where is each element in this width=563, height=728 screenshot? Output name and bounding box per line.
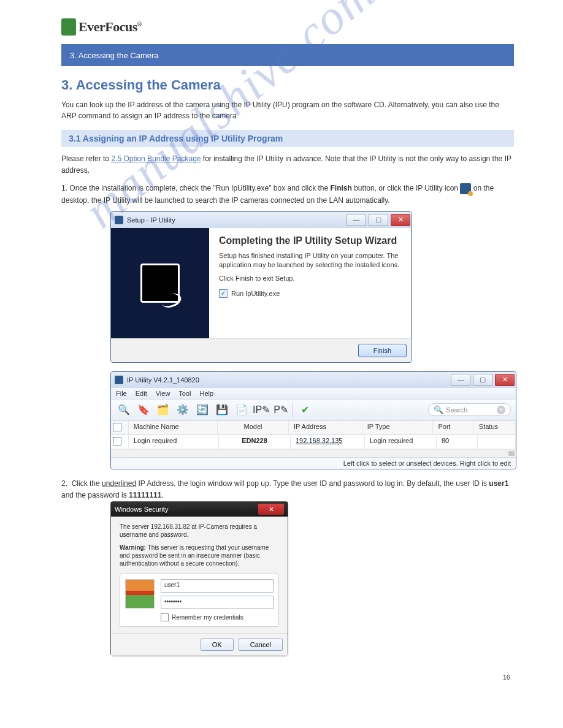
col-iptype[interactable]: IP Type: [362, 421, 434, 434]
step1-bold: Finish: [331, 184, 352, 192]
setup-titlebar-icon: [115, 216, 123, 224]
col-model[interactable]: Model: [218, 421, 289, 434]
password-input[interactable]: ••••••••: [161, 596, 274, 609]
col-status[interactable]: Status: [474, 421, 516, 434]
brand-name: EverFocus®: [79, 19, 142, 35]
iputility-desktop-icon: [460, 183, 471, 194]
tool-refresh-icon[interactable]: 🔄: [194, 402, 210, 418]
windows-security-dialog: Windows Security ✕ The server 192.168.31…: [110, 501, 288, 656]
ok-button[interactable]: OK: [201, 639, 234, 651]
iputil-minimize-button[interactable]: —: [451, 374, 470, 386]
cell-status: [478, 435, 516, 449]
device-table-header: Machine Name Model IP Address IP Type Po…: [111, 421, 516, 435]
tool-report-icon[interactable]: 📄: [234, 402, 250, 418]
cell-machine: Login required: [129, 435, 219, 449]
step-1: 1. Once the installation is complete, ch…: [61, 183, 514, 206]
run-iputility-checkbox-row[interactable]: ✓ Run IpUtility.exe: [219, 289, 402, 298]
tool-save-icon[interactable]: 💾: [214, 402, 230, 418]
everfocus-logo-icon: [61, 18, 76, 36]
wizard-msg-2: Click Finish to exit Setup.: [219, 274, 402, 283]
cell-model: EDN228: [219, 435, 291, 449]
security-title-text: Windows Security: [115, 506, 168, 513]
close-button[interactable]: ✕: [391, 214, 410, 226]
chapter-banner: 3. Accessing the Camera: [61, 44, 514, 66]
remember-label: Remember my credentials: [172, 614, 243, 621]
install-screen-icon: [140, 264, 180, 303]
tool-check-icon[interactable]: ✔: [297, 402, 313, 418]
registered-mark: ®: [137, 21, 142, 28]
finish-button[interactable]: Finish: [358, 344, 407, 357]
menu-view[interactable]: View: [156, 390, 170, 397]
remember-checkbox[interactable]: [161, 613, 169, 621]
cancel-button[interactable]: Cancel: [239, 639, 283, 651]
step-2: 2. Click the underlined IP Address, the …: [61, 478, 514, 501]
chapter-title: 3. Accessing the Camera: [61, 77, 514, 93]
menu-file[interactable]: File: [116, 390, 127, 397]
credentials-card: user1 •••••••• Remember my credentials: [120, 574, 279, 627]
iputil-titlebar-icon: [115, 376, 123, 384]
tool-ip-edit-icon[interactable]: IP✎: [253, 402, 269, 418]
select-all-checkbox[interactable]: [113, 423, 121, 431]
iputil-maximize-button[interactable]: ▢: [473, 374, 492, 386]
security-close-button[interactable]: ✕: [258, 504, 284, 515]
row-checkbox[interactable]: [113, 437, 121, 446]
step1-part-c: button, or click the IP Utility icon: [352, 184, 461, 192]
iputil-close-button[interactable]: ✕: [495, 374, 515, 386]
col-machine-name[interactable]: Machine Name: [129, 421, 218, 434]
security-titlebar: Windows Security ✕: [111, 502, 288, 517]
iputil-title-text: IP Utility V4.2.1_140820: [127, 376, 450, 384]
ip-utility-window: IP Utility V4.2.1_140820 — ▢ ✕ File Edit…: [110, 371, 516, 469]
toolbar: 🔍 🔖 🗂️ ⚙️ 🔄 💾 📄 IP✎ P✎ ✔ 🔍 Search ✕: [111, 400, 516, 421]
cell-ip-address[interactable]: 192.168.32.135: [291, 435, 365, 449]
section-intro: Please refer to 2.5 Option Bundle Packag…: [61, 153, 514, 176]
tool-port-edit-icon[interactable]: P✎: [273, 402, 289, 418]
cell-port: 80: [437, 435, 478, 449]
tool-stamp-icon[interactable]: 🔖: [136, 402, 151, 418]
tool-export-icon[interactable]: 🗂️: [155, 402, 171, 418]
col-port[interactable]: Port: [433, 421, 473, 434]
remember-credentials-row[interactable]: Remember my credentials: [161, 613, 274, 621]
maximize-button[interactable]: ▢: [369, 214, 388, 226]
minimize-button[interactable]: —: [347, 214, 366, 226]
menubar: File Edit View Tool Help: [111, 388, 516, 400]
chapter-intro: You can look up the IP address of the ca…: [61, 99, 514, 121]
col-ip[interactable]: IP Address: [289, 421, 362, 434]
search-clear-icon[interactable]: ✕: [497, 406, 505, 414]
horizontal-scrollbar[interactable]: [111, 449, 516, 457]
search-box[interactable]: 🔍 Search ✕: [428, 403, 511, 416]
search-icon: 🔍: [434, 405, 443, 414]
warning-label: Warning:: [120, 544, 146, 551]
run-checkbox-label: Run IpUtility.exe: [231, 290, 280, 297]
user-avatar-icon: [125, 579, 155, 609]
brand-text: EverFocus: [79, 19, 137, 34]
menu-edit[interactable]: Edit: [136, 390, 147, 397]
security-warning: Warning: This server is requesting that …: [120, 544, 279, 567]
menu-tool[interactable]: Tool: [178, 390, 191, 397]
setup-title-text: Setup - IP Utility: [127, 216, 345, 224]
wizard-msg-1: Setup has finished installing IP Utility…: [219, 251, 402, 270]
wizard-heading: Completing the IP Utility Setup Wizard: [219, 235, 402, 246]
section-heading: 3.1 Assigning an IP Address using IP Uti…: [61, 130, 514, 147]
wizard-sidebar-graphic: [111, 228, 209, 338]
run-checkbox[interactable]: ✓: [219, 289, 228, 298]
setup-wizard-window: Setup - IP Utility — ▢ ✕ Completing the …: [110, 211, 412, 363]
link-option-bundle[interactable]: 2.5 Option Bundle Package: [111, 154, 201, 163]
search-placeholder: Search: [446, 406, 467, 414]
device-row[interactable]: Login required EDN228 192.168.32.135 Log…: [111, 435, 516, 449]
status-bar: Left click to select or unselect devices…: [111, 457, 516, 469]
menu-help[interactable]: Help: [200, 390, 214, 397]
tool-gear-icon[interactable]: ⚙️: [175, 402, 191, 418]
iputil-titlebar: IP Utility V4.2.1_140820 — ▢ ✕: [111, 372, 516, 388]
tool-search-icon[interactable]: 🔍: [116, 402, 132, 418]
step1-part-a: 1. Once the installation is complete, ch…: [61, 184, 331, 192]
setup-titlebar: Setup - IP Utility — ▢ ✕: [111, 212, 412, 228]
security-message: The server 192.168.31.82 at IP-Camera re…: [120, 523, 279, 539]
page-number: 16: [61, 673, 514, 681]
username-input[interactable]: user1: [161, 579, 274, 593]
cell-iptype: Login required: [365, 435, 437, 449]
brand-logo: EverFocus®: [61, 18, 514, 36]
